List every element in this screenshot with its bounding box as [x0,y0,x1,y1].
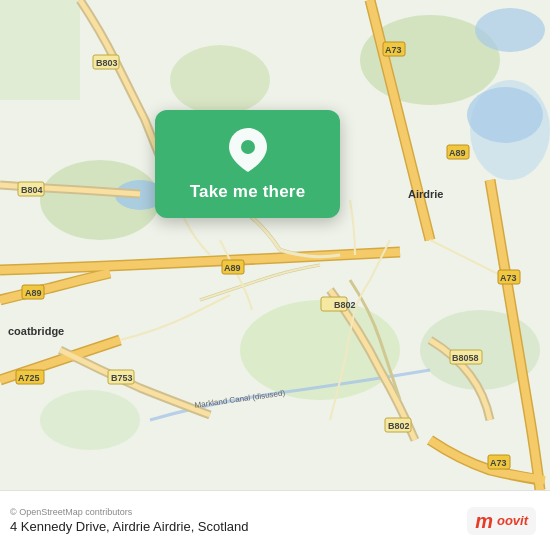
coatbridge-label: coatbridge [8,325,64,337]
b804-label: B804 [21,185,43,195]
svg-point-6 [240,300,400,400]
moovit-m-letter: m [475,511,493,531]
svg-rect-5 [0,0,80,100]
b802-bottom-label: B802 [388,421,410,431]
svg-point-10 [467,87,543,143]
address-text: 4 Kennedy Drive, Airdrie Airdrie, Scotla… [10,519,248,534]
attribution-text: © OpenStreetMap contributors [10,507,248,517]
b8058-label: B8058 [452,353,479,363]
a89-br-label: A89 [449,148,466,158]
overlay-card[interactable]: Take me there [155,110,340,218]
location-pin-icon [226,128,270,172]
moovit-text: oovit [497,513,528,528]
airdrie-label: Airdrie [408,188,443,200]
a89-center-label: A89 [224,263,241,273]
a73-top-label: A73 [385,45,402,55]
b803-label: B803 [96,58,118,68]
b802-label: B802 [334,300,356,310]
a73-right-label: A73 [500,273,517,283]
svg-point-2 [170,45,270,115]
a73-bottom-label: A73 [490,458,507,468]
take-me-there-button[interactable]: Take me there [190,182,306,202]
footer-left: © OpenStreetMap contributors 4 Kennedy D… [10,507,248,534]
svg-point-25 [241,140,255,154]
b753-label: B753 [111,373,133,383]
footer: © OpenStreetMap contributors 4 Kennedy D… [0,490,550,550]
moovit-logo[interactable]: m oovit [467,507,536,535]
svg-point-11 [475,8,545,52]
svg-point-8 [40,390,140,450]
a89-left-label: A89 [25,288,42,298]
map-container: B802 B803 B804 B753 B8058 A89 A89 A73 A7… [0,0,550,490]
a725-label: A725 [18,373,40,383]
